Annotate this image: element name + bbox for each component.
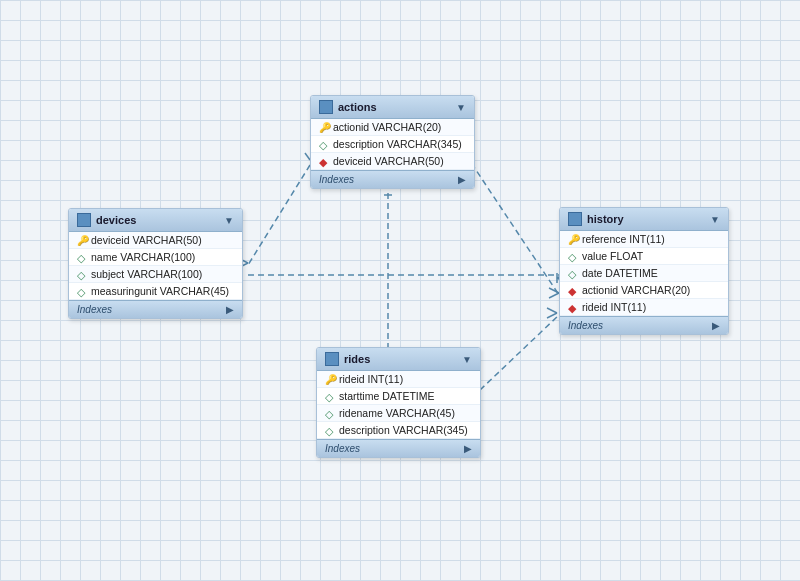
table-row: ◇ ridename VARCHAR(45) (317, 405, 480, 422)
table-row: ◇ subject VARCHAR(100) (69, 266, 242, 283)
field-text: rideid INT(11) (339, 373, 403, 385)
field-text: value FLOAT (582, 250, 643, 262)
table-row: 🔑 reference INT(11) (560, 231, 728, 248)
field-text: starttime DATETIME (339, 390, 434, 402)
table-row: ◇ description VARCHAR(345) (311, 136, 474, 153)
diamond-red-icon: ◆ (568, 302, 578, 312)
field-text: description VARCHAR(345) (339, 424, 468, 436)
indexes-arrow-icon: ▶ (458, 174, 466, 185)
table-row: 🔑 deviceid VARCHAR(50) (69, 232, 242, 249)
devices-table-name: devices (96, 214, 136, 226)
svg-line-7 (549, 293, 559, 298)
history-header: history ▼ (560, 208, 728, 231)
rides-chevron-icon: ▼ (462, 354, 472, 365)
indexes-arrow-icon: ▶ (712, 320, 720, 331)
table-row: ◇ measuringunit VARCHAR(45) (69, 283, 242, 300)
table-row: ◆ actionid VARCHAR(20) (560, 282, 728, 299)
table-row: ◇ date DATETIME (560, 265, 728, 282)
history-chevron-icon: ▼ (710, 214, 720, 225)
indexes-label: Indexes (568, 320, 603, 331)
field-text: actionid VARCHAR(20) (582, 284, 690, 296)
indexes-arrow-icon: ▶ (464, 443, 472, 454)
key-icon: 🔑 (325, 374, 335, 384)
devices-header: devices ▼ (69, 209, 242, 232)
history-table: history ▼ 🔑 reference INT(11) ◇ value FL… (559, 207, 729, 335)
history-indexes: Indexes ▶ (560, 316, 728, 334)
table-row: ◇ starttime DATETIME (317, 388, 480, 405)
actions-header: actions ▼ (311, 96, 474, 119)
svg-line-0 (248, 165, 310, 265)
indexes-label: Indexes (319, 174, 354, 185)
svg-line-15 (547, 308, 557, 313)
field-text: description VARCHAR(345) (333, 138, 462, 150)
field-text: subject VARCHAR(100) (91, 268, 202, 280)
devices-table-icon (77, 213, 91, 227)
table-row: ◇ description VARCHAR(345) (317, 422, 480, 439)
field-text: name VARCHAR(100) (91, 251, 195, 263)
svg-line-14 (480, 315, 559, 390)
actions-chevron-icon: ▼ (456, 102, 466, 113)
diamond-red-icon: ◆ (319, 156, 329, 166)
field-text: reference INT(11) (582, 233, 665, 245)
key-icon: 🔑 (568, 234, 578, 244)
indexes-label: Indexes (77, 304, 112, 315)
table-row: ◇ value FLOAT (560, 248, 728, 265)
rides-table-name: rides (344, 353, 370, 365)
devices-chevron-icon: ▼ (224, 215, 234, 226)
key-icon: 🔑 (319, 122, 329, 132)
indexes-arrow-icon: ▶ (226, 304, 234, 315)
field-text: deviceid VARCHAR(50) (91, 234, 202, 246)
devices-indexes: Indexes ▶ (69, 300, 242, 318)
history-table-name: history (587, 213, 624, 225)
diamond-icon: ◇ (568, 268, 578, 278)
actions-table-icon (319, 100, 333, 114)
svg-line-16 (547, 313, 557, 318)
indexes-label: Indexes (325, 443, 360, 454)
devices-table: devices ▼ 🔑 deviceid VARCHAR(50) ◇ name … (68, 208, 243, 319)
diamond-icon: ◇ (319, 139, 329, 149)
diamond-red-icon: ◆ (568, 285, 578, 295)
history-table-icon (568, 212, 582, 226)
field-text: date DATETIME (582, 267, 658, 279)
rides-indexes: Indexes ▶ (317, 439, 480, 457)
table-row: ◇ name VARCHAR(100) (69, 249, 242, 266)
diamond-icon: ◇ (325, 391, 335, 401)
rides-header: rides ▼ (317, 348, 480, 371)
field-text: actionid VARCHAR(20) (333, 121, 441, 133)
field-text: rideid INT(11) (582, 301, 646, 313)
diamond-icon: ◇ (77, 269, 87, 279)
svg-line-5 (466, 155, 559, 295)
actions-indexes: Indexes ▶ (311, 170, 474, 188)
field-text: measuringunit VARCHAR(45) (91, 285, 229, 297)
actions-table-name: actions (338, 101, 377, 113)
field-text: deviceid VARCHAR(50) (333, 155, 444, 167)
table-row: ◆ rideid INT(11) (560, 299, 728, 316)
table-row: 🔑 actionid VARCHAR(20) (311, 119, 474, 136)
diamond-icon: ◇ (325, 425, 335, 435)
diamond-icon: ◇ (568, 251, 578, 261)
key-icon: 🔑 (77, 235, 87, 245)
diamond-icon: ◇ (325, 408, 335, 418)
rides-table-icon (325, 352, 339, 366)
rides-table: rides ▼ 🔑 rideid INT(11) ◇ starttime DAT… (316, 347, 481, 458)
field-text: ridename VARCHAR(45) (339, 407, 455, 419)
actions-table: actions ▼ 🔑 actionid VARCHAR(20) ◇ descr… (310, 95, 475, 189)
svg-line-6 (549, 288, 559, 293)
diamond-icon: ◇ (77, 286, 87, 296)
table-row: 🔑 rideid INT(11) (317, 371, 480, 388)
table-row: ◆ deviceid VARCHAR(50) (311, 153, 474, 170)
diamond-icon: ◇ (77, 252, 87, 262)
